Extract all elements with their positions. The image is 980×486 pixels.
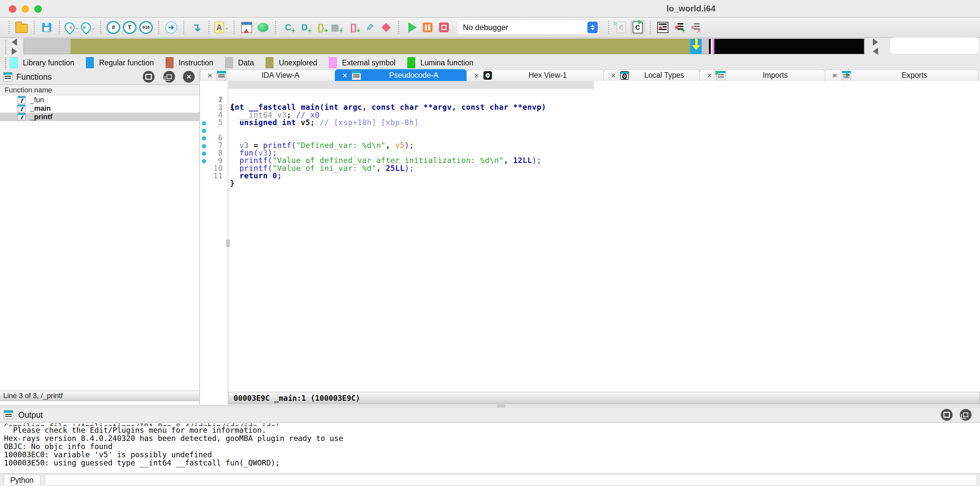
code-line[interactable]: 6 v3 = printf("Defined_var: %d\n", v5);	[200, 119, 980, 127]
function-row[interactable]: f _fun	[0, 96, 199, 104]
code-line[interactable]: 1 int __fastcall main(int argc, const ch…	[200, 81, 980, 89]
code-line[interactable]: 3 __int64 v3; // x0	[200, 96, 980, 104]
make-code-button[interactable]: C+	[281, 20, 295, 35]
breakpoint-add-button[interactable]: +	[672, 20, 686, 35]
save-icon	[42, 23, 51, 32]
open-file-button[interactable]	[14, 20, 29, 35]
code-line[interactable]: 11 }	[200, 157, 980, 165]
toolbar-separator	[59, 21, 60, 34]
tab-imports[interactable]: × Imports	[699, 69, 825, 81]
scroll-left-icon[interactable]	[12, 38, 17, 46]
quick-pseudocode-on-button[interactable]: C	[630, 20, 645, 35]
line-bullet-icon[interactable]	[202, 159, 206, 163]
function-row[interactable]: f _main	[0, 104, 199, 113]
close-tab-icon[interactable]: ×	[707, 71, 712, 80]
toolbar-separator	[158, 21, 159, 34]
demangled-names-button[interactable]	[239, 20, 254, 35]
code-line[interactable]: 9 printf("Value of ini_var: %d", 25LL);	[200, 142, 980, 150]
navigate-back-button[interactable]: ⌄	[65, 20, 79, 35]
pseudocode-icon	[352, 71, 361, 80]
tab-pseudocode-a[interactable]: × Pseudocode-A	[335, 69, 467, 81]
close-tab-icon[interactable]: ×	[474, 71, 479, 80]
minimize-window-button[interactable]	[22, 5, 29, 13]
close-tab-icon[interactable]: ×	[207, 71, 212, 80]
cli-language-button[interactable]: Python	[3, 474, 40, 486]
tab-hex-view-1[interactable]: × Hex View-1	[466, 69, 604, 81]
cli-row: Python	[0, 473, 980, 486]
function-icon: f	[18, 113, 25, 121]
tab-local-types[interactable]: × 0 Local Types	[603, 69, 700, 81]
function-row-selected[interactable]: f _printf	[0, 113, 199, 121]
zoom-window-button[interactable]	[34, 5, 42, 13]
float-output-button[interactable]	[960, 409, 972, 421]
data-swatch	[225, 57, 233, 68]
code-line[interactable]: 2 {	[200, 89, 980, 96]
set-colors-button[interactable]: A⌄	[214, 20, 229, 35]
edit-button[interactable]: ✎	[363, 20, 377, 35]
make-enum-button[interactable]: ▦+⌄	[330, 20, 344, 35]
navband-right-arrows[interactable]	[873, 38, 878, 55]
breakpoint-delete-icon: ✕	[691, 22, 700, 32]
navigation-band[interactable]	[24, 38, 865, 54]
navigate-forward-button[interactable]: ⌄	[81, 20, 95, 35]
cli-input[interactable]	[45, 475, 977, 486]
float-panel-button[interactable]	[163, 71, 175, 83]
maximize-panel-button[interactable]	[143, 71, 154, 83]
binary-icon: 010	[139, 21, 153, 34]
start-process-button[interactable]	[404, 20, 418, 35]
current-line-highlight	[229, 81, 594, 89]
tab-exports[interactable]: × Exports	[825, 69, 978, 81]
code-line[interactable]: 5	[200, 111, 980, 119]
maximize-output-button[interactable]	[941, 409, 953, 421]
breakpoint-delete-button[interactable]: ✕	[688, 20, 703, 35]
gutter-splitter-handle[interactable]	[226, 240, 230, 247]
toolbar-separator	[33, 21, 35, 34]
pseudocode-status-bar: 00003E9C _main:1 (100003E9C)	[229, 392, 980, 404]
breakpoint-button[interactable]	[379, 20, 393, 35]
make-data-button[interactable]: D+	[297, 20, 312, 35]
code-line[interactable]: 8 printf("Value of defined_var after ini…	[200, 134, 980, 142]
pause-process-button[interactable]	[420, 20, 435, 35]
line-bullet-icon[interactable]	[202, 129, 206, 133]
line-bullet-icon[interactable]	[202, 136, 206, 140]
scroll-left-icon[interactable]	[873, 48, 878, 55]
line-bullet-icon[interactable]	[202, 152, 206, 156]
column-header-function-name[interactable]: Function name	[0, 85, 199, 95]
make-binary-button[interactable]: 010	[139, 20, 153, 35]
pseudocode-view[interactable]: 1 int __fastcall main(int argc, const ch…	[200, 81, 980, 405]
scroll-right-icon[interactable]	[12, 48, 17, 55]
line-bullet-icon[interactable]	[202, 121, 206, 125]
jump-address-button[interactable]: ➔	[164, 20, 178, 35]
close-panel-button[interactable]: ×	[183, 71, 195, 83]
code-line[interactable]: 10 return 0;	[200, 149, 980, 157]
quick-pseudocode-off-button[interactable]: C	[614, 20, 628, 35]
search-box[interactable]	[890, 37, 979, 54]
close-window-button[interactable]	[9, 5, 16, 13]
close-tab-icon[interactable]: ×	[832, 71, 837, 80]
output-log[interactable]: Compiling file '/Applications/IDA Pro 8.…	[0, 422, 980, 473]
tab-ida-view-a[interactable]: × IDA View-A	[200, 69, 335, 81]
breakpoint-list-button[interactable]	[655, 20, 670, 35]
make-array-button[interactable]: []+	[346, 20, 361, 35]
function-icon: f	[18, 96, 25, 104]
save-file-button[interactable]	[40, 20, 54, 35]
make-number-button[interactable]: #	[106, 20, 121, 35]
stop-process-button[interactable]	[437, 20, 451, 35]
debugger-select[interactable]: No debugger	[457, 20, 600, 35]
scroll-right-icon[interactable]	[873, 38, 878, 46]
navband-left-arrows[interactable]	[12, 38, 17, 55]
lumina-button[interactable]	[256, 20, 270, 35]
legend-item: Data	[225, 57, 254, 68]
close-tab-icon[interactable]: ×	[611, 71, 616, 80]
functions-panel-header[interactable]: Functions ×	[0, 69, 199, 85]
make-text-button[interactable]: T	[123, 20, 137, 35]
ida-window: lo_world.i64 ⌄ ⌄ # T 010 ➔ ↴ A⌄ C+ D+ {}…	[0, 0, 980, 486]
jump-xref-button[interactable]: ↴	[189, 20, 204, 35]
close-tab-icon[interactable]: ×	[342, 71, 347, 80]
code-line[interactable]: 7 fun(v3);	[200, 127, 980, 135]
toolbar-drag-handle[interactable]	[5, 40, 6, 54]
make-struct-button[interactable]: {}+	[313, 20, 328, 35]
line-bullet-icon[interactable]	[202, 144, 206, 148]
code-line[interactable]: 4 unsigned int v5; // [xsp+18h] [xbp-8h]	[200, 104, 980, 112]
output-panel-header[interactable]: Output	[0, 408, 980, 422]
